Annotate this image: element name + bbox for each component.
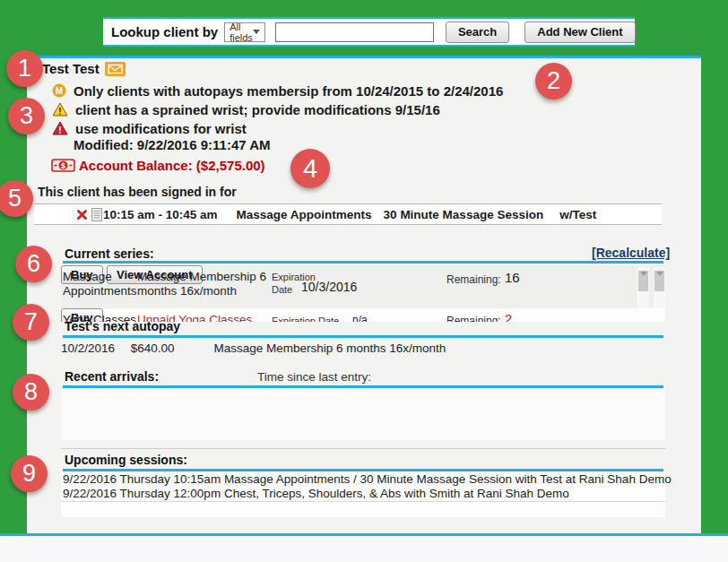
search-input[interactable] (275, 22, 434, 42)
series-row: Massage Appointments Massage Membership … (61, 265, 665, 308)
recent-arrivals-list (61, 388, 665, 440)
alert-text: use modifications for wrist (75, 121, 247, 136)
lookup-filter-value: All fields (230, 22, 253, 43)
divider (61, 501, 665, 502)
remaining-label: Remaining: (446, 273, 501, 286)
divider (61, 448, 665, 449)
lookup-label: Lookup client by (111, 24, 218, 39)
annotation-callout-4: 4 (290, 149, 330, 188)
alert-line: ! use modifications for wrist (52, 119, 247, 137)
session-item: 9/22/2016 Thursday 12:00pm Chest, Tricep… (61, 486, 665, 500)
annotation-callout-8: 8 (13, 374, 49, 411)
current-series-table: Massage Appointments Massage Membership … (61, 265, 665, 322)
document-icon[interactable] (91, 208, 102, 221)
signin-staff: w/Test (559, 208, 596, 221)
annotation-callout-6: 6 (15, 246, 52, 282)
autopay-date: 10/2/2016 (61, 342, 115, 355)
expiration-label: Expiration Date (272, 316, 357, 322)
section-divider (63, 335, 663, 338)
autopay-description: Massage Membership 6 months 16x/month (213, 342, 446, 355)
svg-text:$: $ (61, 160, 65, 169)
time-since-label: Time since last entry: (257, 370, 371, 384)
annotation-callout-3: 3 (8, 98, 45, 134)
signin-service: 30 Minute Massage Session (384, 208, 544, 221)
screen: Lookup client by All fields Search Add N… (0, 0, 728, 562)
search-button[interactable]: Search (446, 22, 509, 43)
account-balance: Account Balance: ($2,575.00) (79, 158, 265, 173)
autopay-amount: $640.00 (131, 342, 175, 355)
expiration-value: 10/3/2016 (301, 280, 357, 294)
scroll-down-icon[interactable] (640, 272, 647, 276)
signin-time: 10:15 am - 10:45 am (103, 208, 218, 221)
recalculate-link[interactable]: [Recalculate] (592, 246, 663, 260)
svg-text:M: M (56, 86, 63, 96)
alert-text: Only clients with autopays membersip fro… (74, 83, 503, 99)
remaining-value: 16 (505, 270, 520, 285)
add-new-client-button[interactable]: Add New Client (524, 22, 635, 43)
upcoming-sessions-list: 9/22/2016 Thursday 10:15am Massage Appoi… (61, 471, 665, 517)
section-divider (63, 261, 663, 264)
annotation-callout-2: 2 (535, 63, 572, 99)
expiration-value: n/a (352, 314, 368, 322)
modified-timestamp: Modified: 9/22/2016 9:11:47 AM (74, 137, 271, 152)
remaining-value: 2 (505, 311, 512, 322)
svg-text:!: ! (58, 107, 61, 117)
scroll-down-icon[interactable] (656, 272, 663, 276)
money-bill-icon: $ (51, 159, 75, 172)
client-name-row: Test Test (42, 61, 126, 76)
signin-category: Massage Appointments (237, 208, 372, 221)
client-panel: Test Test M Only clients with autopays m… (27, 56, 701, 533)
recent-arrivals-header: Recent arrivals: (65, 369, 159, 384)
warning-yellow-icon: ! (52, 102, 68, 117)
annotation-callout-1: 1 (6, 50, 43, 87)
alert-line: M Only clients with autopays membersip f… (52, 82, 503, 99)
signed-in-row: 10:15 am - 10:45 am Massage Appointments… (34, 203, 662, 225)
remove-signin-x-icon[interactable] (76, 209, 88, 220)
annotation-callout-9: 9 (11, 455, 48, 492)
upcoming-sessions-header: Upcoming sessions: (65, 453, 187, 467)
svg-text:!: ! (58, 125, 61, 135)
account-balance-row: $ Account Balance: ($2,575.00) (51, 155, 265, 175)
series-name: Massage Membership 6 months 16x/month (137, 270, 285, 298)
alert-text: client has a sprained wrist; provide mod… (75, 102, 440, 117)
alert-line: ! client has a sprained wrist; provide m… (52, 100, 440, 118)
chevron-down-icon (253, 30, 260, 34)
alert-red-icon: ! (52, 121, 68, 135)
membership-m-icon: M (52, 83, 66, 98)
session-item: 9/22/2016 Thursday 10:15am Massage Appoi… (61, 471, 665, 486)
current-series-header: Current series: (65, 246, 154, 261)
next-autopay-header: Test's next autopay (65, 319, 180, 333)
annotation-callout-7: 7 (13, 304, 49, 341)
client-name: Test Test (42, 61, 100, 76)
email-envelope-icon[interactable] (105, 62, 126, 76)
remaining-label: Remaining: (446, 315, 501, 322)
autopay-row: 10/2/2016 $640.00 Massage Membership 6 m… (61, 342, 665, 355)
lookup-filter-select[interactable]: All fields (224, 22, 265, 42)
bottom-accent-line (0, 533, 728, 536)
signed-in-header: This client has been signed in for (38, 185, 237, 199)
lookup-bar: Lookup client by All fields Search Add N… (103, 17, 635, 47)
